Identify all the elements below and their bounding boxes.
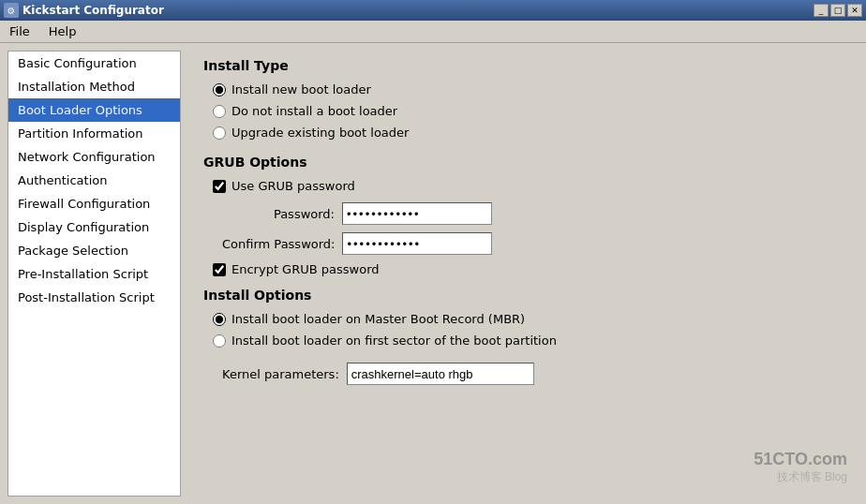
radio-first-sector-label[interactable]: Install boot loader on first sector of t… <box>231 334 557 348</box>
title-bar: ⚙ Kickstart Configurator _ □ ✕ <box>0 0 866 21</box>
confirm-password-row: Confirm Password: <box>222 232 844 255</box>
sidebar-item-auth[interactable]: Authentication <box>8 169 180 192</box>
radio-new-input[interactable] <box>213 83 226 96</box>
install-type-section: Install Type Install new boot loader Do … <box>203 58 844 140</box>
sidebar-item-display[interactable]: Display Configuration <box>8 215 180 239</box>
sidebar: Basic Configuration Installation Method … <box>7 51 181 497</box>
kernel-params-label: Kernel parameters: <box>222 367 339 381</box>
install-options-title: Install Options <box>203 288 844 303</box>
sidebar-item-basic[interactable]: Basic Configuration <box>8 52 180 75</box>
help-menu[interactable]: Help <box>43 22 82 40</box>
radio-new-label[interactable]: Install new boot loader <box>231 82 371 96</box>
use-grub-password-checkbox[interactable] <box>213 180 226 193</box>
radio-upgrade[interactable]: Upgrade existing boot loader <box>213 126 844 140</box>
encrypt-grub-label[interactable]: Encrypt GRUB password <box>231 262 380 276</box>
sidebar-item-firewall[interactable]: Firewall Configuration <box>8 192 180 215</box>
main-container: Basic Configuration Installation Method … <box>0 43 866 504</box>
password-label: Password: <box>222 207 335 221</box>
sidebar-item-partition[interactable]: Partition Information <box>8 122 180 145</box>
install-type-title: Install Type <box>203 58 844 73</box>
radio-mbr-input[interactable] <box>213 313 226 326</box>
sidebar-item-network[interactable]: Network Configuration <box>8 145 180 169</box>
file-menu[interactable]: File <box>4 22 36 40</box>
title-bar-buttons: _ □ ✕ <box>814 4 862 17</box>
sidebar-item-install-method[interactable]: Installation Method <box>8 75 180 98</box>
encrypt-grub-checkbox-row[interactable]: Encrypt GRUB password <box>213 262 844 276</box>
confirm-password-label: Confirm Password: <box>222 237 335 251</box>
radio-mbr[interactable]: Install boot loader on Master Boot Recor… <box>213 312 844 326</box>
radio-no-install[interactable]: Do not install a boot loader <box>213 104 844 118</box>
grub-options-title: GRUB Options <box>203 155 844 170</box>
install-type-radio-group: Install new boot loader Do not install a… <box>213 82 844 140</box>
close-button[interactable]: ✕ <box>847 4 862 17</box>
watermark-main: 51CTO.com <box>754 450 847 469</box>
menu-bar: File Help <box>0 21 866 43</box>
radio-first-sector-input[interactable] <box>213 334 226 348</box>
use-grub-password-label[interactable]: Use GRUB password <box>231 179 355 193</box>
title-bar-left: ⚙ Kickstart Configurator <box>4 3 164 18</box>
sidebar-item-pre-install[interactable]: Pre-Installation Script <box>8 262 180 286</box>
radio-mbr-label[interactable]: Install boot loader on Master Boot Recor… <box>231 312 525 326</box>
use-grub-password-checkbox-row[interactable]: Use GRUB password <box>213 179 844 193</box>
window-title: Kickstart Configurator <box>22 4 164 17</box>
watermark: 51CTO.com 技术博客 Blog <box>754 450 847 485</box>
watermark-sub: 技术博客 Blog <box>754 469 847 485</box>
content-area: Install Type Install new boot loader Do … <box>188 51 859 497</box>
install-options-section: Install Options Install boot loader on M… <box>203 288 844 348</box>
radio-upgrade-label[interactable]: Upgrade existing boot loader <box>231 126 409 140</box>
password-row: Password: <box>222 202 844 225</box>
grub-options-section: GRUB Options Use GRUB password Password:… <box>203 155 844 276</box>
maximize-button[interactable]: □ <box>830 4 845 17</box>
sidebar-item-post-install[interactable]: Post-Installation Script <box>8 286 180 309</box>
encrypt-grub-checkbox[interactable] <box>213 263 226 276</box>
app-icon: ⚙ <box>4 3 19 18</box>
radio-upgrade-input[interactable] <box>213 126 226 140</box>
minimize-button[interactable]: _ <box>814 4 829 17</box>
radio-none-input[interactable] <box>213 105 226 118</box>
password-input[interactable] <box>342 202 492 225</box>
kernel-params-input[interactable] <box>347 363 534 385</box>
sidebar-item-packages[interactable]: Package Selection <box>8 239 180 262</box>
radio-first-sector[interactable]: Install boot loader on first sector of t… <box>213 334 844 348</box>
radio-none-label[interactable]: Do not install a boot loader <box>231 104 397 118</box>
sidebar-item-boot-loader[interactable]: Boot Loader Options <box>8 98 180 122</box>
install-options-radio-group: Install boot loader on Master Boot Recor… <box>213 312 844 348</box>
kernel-params-row: Kernel parameters: <box>222 363 844 385</box>
radio-install-new[interactable]: Install new boot loader <box>213 82 844 96</box>
confirm-password-input[interactable] <box>342 232 492 255</box>
